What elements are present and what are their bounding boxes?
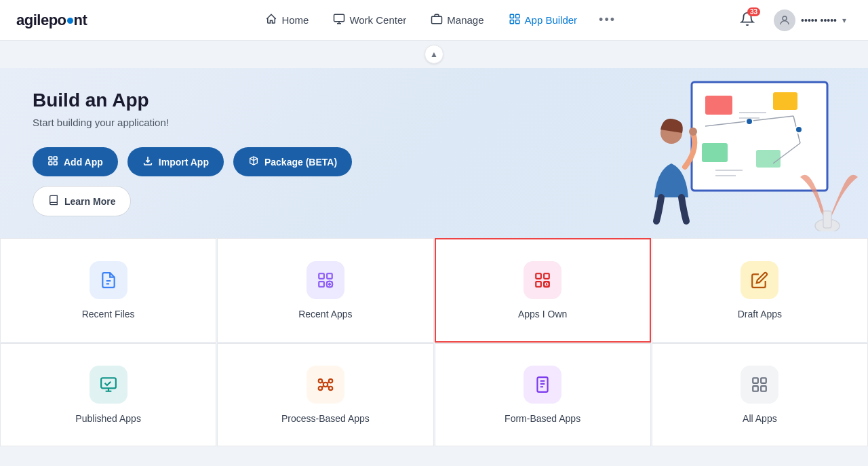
chevron-down-icon: ▾ (842, 16, 846, 25)
svg-rect-55 (762, 386, 767, 391)
svg-rect-54 (753, 386, 759, 391)
card-process-based-apps[interactable]: Process-Based Apps (217, 343, 433, 446)
nav-label-home: Home (281, 14, 309, 26)
card-draft-apps[interactable]: Draft Apps (652, 238, 868, 343)
published-apps-label: Published Apps (75, 413, 141, 424)
hero-banner: Build an App Start building your applica… (0, 68, 868, 238)
logo-text: agilepont (16, 12, 87, 29)
header-right: 33 ••••• ••••• ▾ (737, 7, 852, 34)
svg-point-19 (746, 118, 753, 125)
nav-item-manage[interactable]: Manage (421, 7, 493, 33)
svg-rect-0 (334, 14, 344, 22)
logo[interactable]: agilepont (16, 12, 87, 29)
import-app-label: Import App (159, 157, 209, 168)
book-icon (48, 195, 59, 208)
main-nav: Home Work Center Manage App Builder ••• (141, 7, 737, 33)
user-name: ••••• ••••• (801, 15, 837, 26)
svg-point-45 (319, 387, 322, 390)
svg-rect-31 (319, 273, 324, 279)
add-app-label: Add App (64, 157, 103, 168)
import-icon (142, 155, 153, 168)
card-all-apps[interactable]: All Apps (652, 343, 868, 446)
package-beta-button[interactable]: Package (BETA) (233, 147, 352, 176)
svg-rect-3 (515, 14, 519, 18)
header: agilepont Home Work Center Manage App (0, 0, 868, 41)
nav-item-home[interactable]: Home (256, 7, 318, 33)
bell-icon (740, 17, 755, 28)
svg-line-47 (322, 382, 323, 383)
svg-rect-5 (515, 20, 519, 24)
user-menu-button[interactable]: ••••• ••••• ▾ (768, 7, 852, 34)
card-recent-files[interactable]: Recent Files (0, 238, 216, 343)
card-apps-i-own[interactable]: Apps I Own (435, 238, 651, 343)
hero-illustration (583, 68, 868, 238)
learn-more-label: Learn More (64, 196, 115, 207)
nav-label-app-builder: App Builder (525, 14, 578, 26)
recent-apps-label: Recent Apps (298, 309, 352, 319)
draft-apps-label: Draft Apps (738, 309, 782, 319)
svg-rect-12 (705, 96, 732, 115)
svg-rect-37 (544, 273, 549, 279)
hero-actions: Add App Import App Package (BETA) Learn … (33, 147, 439, 216)
recent-files-label: Recent Files (82, 309, 135, 319)
import-app-button[interactable]: Import App (127, 147, 224, 176)
hero-content: Build an App Start building your applica… (33, 90, 439, 216)
svg-rect-33 (319, 281, 324, 287)
svg-rect-36 (536, 273, 541, 279)
svg-rect-1 (432, 16, 442, 24)
collapse-bar: ▲ (0, 41, 868, 68)
collapse-button[interactable]: ▲ (425, 45, 443, 64)
form-based-apps-label: Form-Based Apps (505, 413, 580, 424)
form-based-apps-icon-wrapper (524, 366, 561, 404)
apps-i-own-icon-wrapper (524, 261, 561, 299)
svg-rect-10 (54, 161, 57, 165)
svg-rect-8 (54, 157, 57, 160)
svg-rect-2 (510, 14, 513, 18)
card-form-based-apps[interactable]: Form-Based Apps (435, 343, 651, 446)
add-app-button[interactable]: Add App (33, 147, 118, 176)
svg-line-48 (328, 382, 329, 383)
package-beta-label: Package (BETA) (264, 157, 337, 168)
all-apps-icon-wrapper (741, 366, 778, 404)
learn-more-button[interactable]: Learn More (33, 186, 131, 216)
chevron-up-icon: ▲ (430, 50, 438, 59)
svg-rect-13 (773, 92, 797, 110)
card-published-apps[interactable]: Published Apps (0, 343, 216, 446)
nav-more-btn[interactable]: ••• (592, 7, 623, 33)
published-apps-icon-wrapper (90, 366, 127, 404)
svg-rect-4 (510, 20, 513, 24)
svg-rect-38 (536, 281, 541, 287)
svg-rect-7 (49, 157, 52, 160)
svg-line-49 (322, 386, 323, 387)
svg-point-6 (783, 16, 787, 20)
svg-point-46 (329, 387, 332, 390)
hero-subtitle: Start building your application! (33, 117, 439, 128)
svg-point-26 (689, 128, 697, 136)
briefcase-icon (431, 13, 443, 27)
package-icon (248, 155, 259, 168)
svg-rect-32 (327, 273, 332, 279)
process-based-apps-label: Process-Based Apps (281, 413, 370, 424)
card-recent-apps[interactable]: Recent Apps (217, 238, 433, 343)
grid-icon (509, 13, 521, 27)
svg-line-50 (328, 386, 329, 387)
hero-title: Build an App (33, 90, 439, 111)
svg-rect-15 (756, 150, 781, 168)
svg-point-20 (795, 126, 802, 133)
notification-badge: 33 (747, 7, 760, 16)
svg-point-42 (323, 383, 328, 387)
svg-point-44 (329, 379, 332, 383)
svg-rect-9 (49, 161, 52, 165)
cards-grid: Recent Files Recent Apps Apps I Own Draf… (0, 238, 868, 446)
process-based-apps-icon-wrapper (307, 366, 344, 404)
recent-apps-icon-wrapper (307, 261, 344, 299)
draft-apps-icon-wrapper (741, 261, 778, 299)
svg-rect-14 (702, 143, 728, 162)
add-app-icon (47, 155, 58, 168)
nav-item-app-builder[interactable]: App Builder (499, 7, 587, 33)
svg-rect-52 (753, 378, 759, 383)
nav-item-work-center[interactable]: Work Center (323, 7, 416, 33)
notification-button[interactable]: 33 (737, 9, 757, 32)
all-apps-label: All Apps (743, 413, 777, 424)
nav-label-manage: Manage (447, 14, 484, 26)
